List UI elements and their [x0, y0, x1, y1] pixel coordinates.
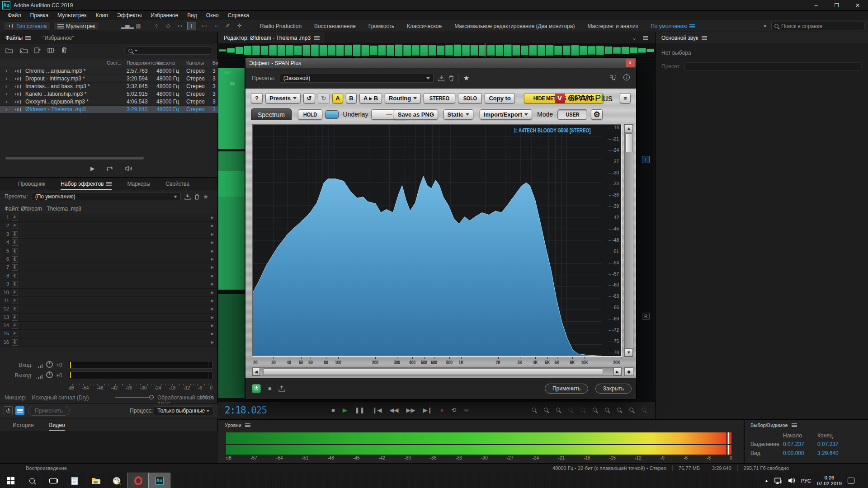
effect-stop-button[interactable]: ■ [268, 385, 271, 392]
taskbar-search-button[interactable] [21, 473, 42, 488]
slot-expand-arrow[interactable]: ▸ [211, 214, 214, 221]
task-view-button[interactable] [42, 473, 64, 488]
rack-tab-0[interactable]: Проводник [18, 181, 45, 187]
span-undo-button[interactable]: ↺ [303, 93, 315, 103]
minimize-button[interactable]: – [806, 0, 826, 11]
slot-power-button[interactable] [12, 231, 18, 238]
rack-slot-11[interactable]: 11▸ [0, 297, 217, 305]
rack-slot-2[interactable]: 2▸ [0, 222, 217, 230]
start-button[interactable] [0, 473, 21, 488]
settings-gear-button[interactable]: ⚙ [591, 109, 603, 120]
panel-menu-icon[interactable] [689, 24, 695, 28]
razor-tool[interactable]: ◇ [164, 22, 173, 30]
effect-close-button[interactable]: x [626, 59, 635, 67]
playback-time-display[interactable]: 2:18.025 [225, 405, 267, 416]
span-stereo-button[interactable]: STEREO [424, 93, 455, 103]
spectrum-color-swatch[interactable] [325, 110, 339, 119]
rack-slot-16[interactable]: 16▸ [0, 338, 217, 347]
file-row-5[interactable]: ›Øfdream - Thelema .mp33:29.64048000 ГцС… [0, 106, 218, 113]
open-file-icon[interactable] [5, 47, 13, 53]
panel-menu-icon[interactable] [792, 423, 797, 427]
channel-left-badge[interactable]: L [642, 156, 650, 163]
slot-power-button[interactable] [12, 264, 18, 271]
rack-slot-5[interactable]: 5▸ [0, 247, 217, 255]
taskbar-clock[interactable]: 0:26 07.02.2019 [817, 475, 842, 487]
delete-preset-icon[interactable] [194, 194, 199, 200]
save-as-png-button[interactable]: Save as PNG [394, 109, 438, 120]
slip-tool[interactable]: ⇿ [175, 22, 184, 30]
output-gain-knob[interactable] [46, 371, 53, 378]
scroll-down-button[interactable]: ▼ [625, 348, 633, 357]
spectrum-horizontal-scrollbar[interactable]: ◀ ▶ [252, 367, 622, 376]
expand-chevron[interactable]: › [5, 75, 7, 82]
scroll-left-button[interactable]: ◀ [252, 368, 260, 375]
menu-item-1[interactable]: Правка [26, 11, 53, 19]
essential-preset-field[interactable] [684, 62, 862, 70]
workspace-tab-0[interactable]: Radio Production [260, 23, 302, 29]
playhead-marker[interactable] [485, 43, 486, 57]
menu-item-6[interactable]: Вид [183, 11, 201, 19]
slot-expand-arrow[interactable]: ▸ [211, 281, 214, 287]
slot-power-button[interactable] [12, 256, 18, 263]
waveform-overview-bar[interactable] [218, 43, 655, 57]
span-solo-button[interactable]: SOLO [458, 93, 482, 103]
rack-slot-8[interactable]: 8▸ [0, 272, 217, 280]
effect-close-pill-button[interactable]: Закрыть [595, 384, 632, 394]
rack-power-button[interactable] [4, 406, 13, 415]
span-menu-button[interactable]: ≡ [620, 93, 631, 103]
slot-power-button[interactable] [12, 298, 18, 304]
slot-expand-arrow[interactable]: ▸ [211, 256, 214, 262]
menu-item-4[interactable]: Эффекты [113, 11, 146, 19]
network-icon[interactable] [774, 478, 782, 484]
save-preset-icon[interactable] [438, 75, 444, 81]
slot-expand-arrow[interactable]: ▸ [211, 222, 214, 229]
tab-video[interactable]: Видео [49, 422, 65, 431]
slot-power-button[interactable] [12, 306, 18, 312]
zoom-out-full-button[interactable] [568, 408, 572, 412]
favorite-star-icon[interactable]: ★ [463, 74, 469, 82]
rack-slot-1[interactable]: 1▸ [0, 214, 217, 222]
lasso-selection-tool[interactable]: ○ [212, 22, 221, 30]
rack-slot-14[interactable]: 14▸ [0, 322, 217, 330]
hold-button[interactable]: HOLD [298, 109, 322, 120]
slot-power-button[interactable] [12, 215, 18, 221]
slot-power-button[interactable] [12, 223, 18, 229]
files-horizontal-scrollbar[interactable] [5, 157, 144, 160]
slot-power-button[interactable] [12, 248, 18, 254]
rack-list-toggle-button[interactable] [15, 406, 24, 415]
play-button[interactable]: ▶ [343, 407, 347, 413]
effect-apply-button[interactable]: Применить [545, 384, 588, 394]
workspace-tab-4[interactable]: Максимальное редактирование (Два монитор… [454, 23, 575, 29]
workspace-tab-2[interactable]: Громкость [368, 23, 394, 29]
zoom-reset-button[interactable] [580, 408, 585, 412]
action-center-icon[interactable] [848, 478, 854, 483]
expand-chevron[interactable]: › [5, 91, 7, 97]
slot-expand-arrow[interactable]: ▸ [211, 248, 214, 254]
channel-right-badge[interactable]: R [642, 313, 650, 320]
editor-options-icon[interactable] [643, 36, 648, 40]
slot-expand-arrow[interactable]: ▸ [211, 297, 214, 304]
panel-menu-icon[interactable] [25, 36, 31, 40]
panel-menu-icon[interactable] [245, 423, 250, 427]
span-redo-button[interactable]: ↻ [318, 93, 330, 103]
expand-chevron[interactable]: › [5, 99, 7, 105]
waveform-display-toggle[interactable]: ▂▅▂ [121, 22, 130, 30]
media-browser-icon[interactable] [47, 47, 55, 53]
delete-preset-icon[interactable] [449, 75, 454, 81]
effect-play-icon[interactable] [278, 385, 285, 392]
tab-files[interactable]: Файлы [5, 35, 31, 41]
static-dropdown[interactable]: Static [443, 109, 473, 120]
maximize-button[interactable]: ❒ [826, 0, 847, 11]
rewind-button[interactable]: ◀◀ [390, 407, 399, 413]
opera-icon[interactable] [127, 473, 149, 488]
panel-menu-icon[interactable] [314, 36, 320, 40]
rack-slot-15[interactable]: 15▸ [0, 330, 217, 338]
menu-item-0[interactable]: Файл [4, 11, 25, 19]
skip-selection-button[interactable]: ⇹ [464, 407, 469, 413]
record-button[interactable]: ● [440, 407, 443, 413]
file-row-4[interactable]: ›Oxxxymi...одошвой.mp3 *4:06.54348000 Гц… [0, 98, 218, 106]
slot-expand-arrow[interactable]: ▸ [211, 322, 214, 328]
stop-button[interactable]: ■ [331, 407, 335, 413]
zoom-out-amplitude-button[interactable] [605, 408, 609, 412]
expand-chevron[interactable]: › [5, 83, 7, 89]
